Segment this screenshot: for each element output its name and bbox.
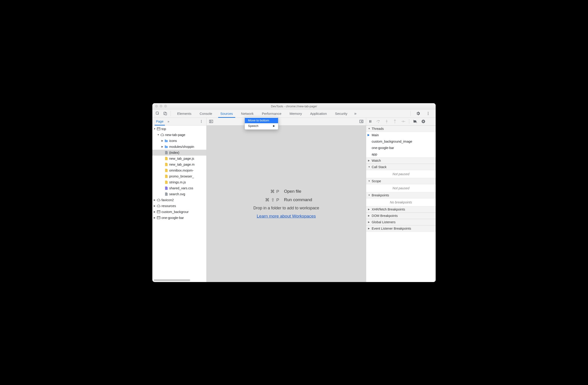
cloud-icon	[156, 205, 161, 207]
svg-point-16	[378, 122, 379, 123]
more-subtabs-chevron-icon[interactable]: »	[166, 120, 171, 123]
toolbar-divider	[409, 119, 409, 124]
step-into-button[interactable]	[384, 119, 389, 124]
more-tabs-chevron-icon[interactable]: »	[351, 109, 359, 118]
tree-item[interactable]: ▶favicon2	[152, 197, 206, 203]
context-menu-item[interactable]: Speech▶	[245, 123, 278, 129]
toggle-device-toolbar-icon[interactable]	[162, 109, 169, 118]
pause-on-exceptions-button[interactable]	[421, 119, 426, 124]
section-title: DOM Breakpoints	[372, 214, 398, 217]
svg-rect-21	[423, 121, 423, 122]
document-file-icon	[164, 151, 168, 154]
disclosure-triangle-icon: ▶	[368, 221, 370, 223]
disclosure-triangle-icon[interactable]: ▶	[161, 145, 164, 148]
pause-script-button[interactable]	[368, 120, 373, 123]
frame-icon	[156, 210, 161, 213]
disclosure-triangle-icon[interactable]: ▶	[153, 205, 156, 207]
context-menu-item[interactable]: Move to bottom	[245, 118, 278, 123]
page-subtab[interactable]: Page	[154, 118, 166, 125]
kebab-menu-icon[interactable]	[424, 111, 432, 115]
context-menu-item-label: Speech	[248, 124, 258, 128]
script-file-icon	[164, 157, 168, 160]
svg-point-3	[428, 112, 429, 112]
script-file-icon	[164, 180, 168, 184]
deactivate-breakpoints-button[interactable]	[412, 120, 418, 123]
tree-item[interactable]: (index)	[152, 150, 206, 156]
tree-item[interactable]: new_tab_page.js	[152, 156, 206, 162]
tree-item[interactable]: ▶custom_backgrour	[152, 209, 206, 215]
tree-item[interactable]: omnibox.mojom-	[152, 168, 206, 173]
tree-item[interactable]: ▼new-tab-page	[152, 132, 206, 138]
disclosure-triangle-icon[interactable]: ▼	[153, 128, 156, 130]
minimize-window-button[interactable]	[160, 105, 162, 107]
section-header-callstack[interactable]: ▼Call Stack	[366, 164, 436, 170]
navigator-kebab-icon[interactable]	[198, 120, 205, 123]
fullscreen-window-button[interactable]	[164, 105, 167, 107]
tab-network[interactable]: Network	[237, 109, 258, 118]
toggle-debugger-icon[interactable]	[358, 120, 365, 123]
tab-console[interactable]: Console	[196, 109, 216, 118]
section-header-scope[interactable]: ▼Scope	[366, 178, 436, 184]
disclosure-triangle-icon[interactable]: ▶	[153, 211, 156, 213]
settings-gear-icon[interactable]	[414, 111, 422, 116]
tree-item-label: resources	[162, 204, 176, 208]
step-over-button[interactable]	[376, 120, 381, 123]
step-button[interactable]	[400, 120, 406, 123]
section-header-watch[interactable]: ▶Watch	[366, 157, 436, 164]
inspect-element-icon[interactable]	[154, 109, 162, 118]
tree-item[interactable]: ▼top	[152, 126, 206, 132]
tab-elements[interactable]: Elements	[173, 109, 196, 118]
tree-item[interactable]: promo_browser_	[152, 173, 206, 179]
tree-item-label: promo_browser_	[169, 174, 194, 178]
tab-memory[interactable]: Memory	[286, 109, 306, 118]
shortcut-run-command: ⌘ ⇧ P Run command	[238, 197, 334, 203]
tab-performance[interactable]: Performance	[258, 109, 286, 118]
toolbar-divider	[410, 111, 411, 116]
tree-item[interactable]: shared_vars.css	[152, 185, 206, 191]
section-header-dom[interactable]: ▶DOM Breakpoints	[366, 213, 436, 219]
section-header-threads[interactable]: ▼Threads	[366, 126, 436, 132]
section-header-breakpoints[interactable]: ▼Breakpoints	[366, 192, 436, 198]
disclosure-triangle-icon[interactable]: ▶	[153, 216, 156, 219]
debugger-toolbar	[366, 118, 436, 126]
close-window-button[interactable]	[155, 105, 158, 107]
frame-icon	[156, 127, 161, 130]
tree-item[interactable]: ▶one-google-bar	[152, 215, 206, 221]
tree-item-label: shared_vars.css	[169, 186, 193, 190]
stylesheet-file-icon	[164, 186, 168, 190]
tree-item[interactable]: ▶resources	[152, 203, 206, 209]
tab-sources[interactable]: Sources	[216, 109, 237, 118]
horizontal-scrollbar[interactable]	[154, 279, 190, 281]
disclosure-triangle-icon[interactable]: ▼	[157, 133, 160, 136]
tree-item[interactable]: new_tab_page.m	[152, 162, 206, 168]
tree-item-label: strings.m.js	[169, 180, 186, 184]
shortcut-open-file: ⌘ P Open file	[238, 189, 334, 194]
tree-item[interactable]: ▶icons	[152, 138, 206, 144]
section-header-event[interactable]: ▶Event Listener Breakpoints	[366, 225, 436, 232]
disclosure-triangle-icon[interactable]: ▶	[161, 139, 164, 142]
section-header-global[interactable]: ▶Global Listeners	[366, 219, 436, 225]
tab-security[interactable]: Security	[331, 109, 351, 118]
shortcut-label: Run command	[284, 197, 334, 202]
toggle-navigator-icon[interactable]	[208, 120, 214, 123]
section-header-xhr[interactable]: ▶XHR/fetch Breakpoints	[366, 206, 436, 213]
tree-item[interactable]: ▶modules/shoppin	[152, 144, 206, 150]
tree-item[interactable]: strings.m.js	[152, 179, 206, 185]
file-tree: ▼top▼new-tab-page▶icons▶modules/shoppin(…	[152, 126, 206, 282]
editor-drop-area[interactable]: ⌘ P Open file ⌘ ⇧ P Run command Drop in …	[207, 126, 366, 282]
thread-item[interactable]: Main	[366, 132, 436, 138]
disclosure-triangle-icon: ▶	[368, 227, 370, 230]
disclosure-triangle-icon[interactable]: ▶	[153, 199, 156, 201]
thread-item[interactable]: one-google-bar	[366, 145, 436, 151]
tab-application[interactable]: Application	[306, 109, 331, 118]
svg-rect-15	[371, 120, 371, 123]
thread-item[interactable]: custom_background_image	[366, 138, 436, 145]
disclosure-triangle-icon: ▼	[368, 166, 370, 168]
tree-item-label: favicon2	[162, 198, 174, 202]
section-title: Scope	[372, 179, 381, 183]
step-out-button[interactable]	[392, 119, 398, 124]
thread-item[interactable]: app	[366, 151, 436, 157]
tree-item[interactable]: search.svg	[152, 191, 206, 197]
learn-more-link[interactable]: Learn more about Workspaces	[257, 214, 316, 219]
titlebar: DevTools - chrome://new-tab-page/	[152, 103, 436, 109]
